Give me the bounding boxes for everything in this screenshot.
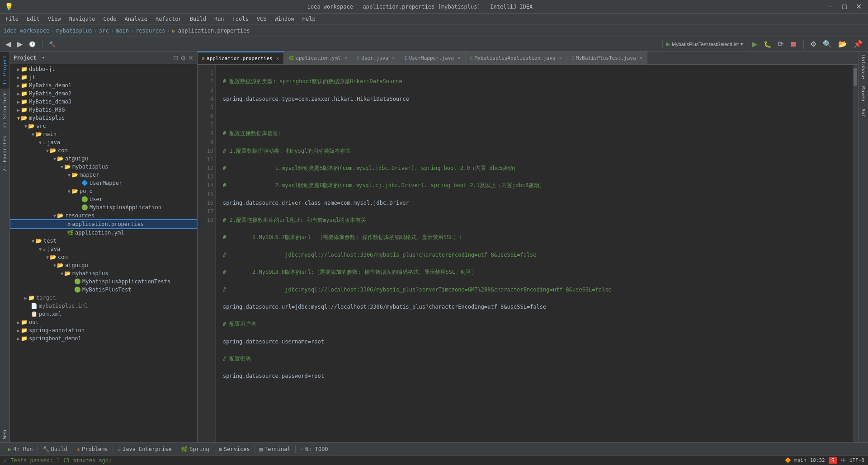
menu-tools[interactable]: Tools <box>229 15 252 23</box>
tab-mybatisplus-app-java[interactable]: C MybatisplusApplication.java ✕ <box>466 52 567 64</box>
tree-item-user[interactable]: 🟢 User <box>10 195 197 203</box>
tree-item-mybatis-demo2[interactable]: ▶ 📁 MyBatis_demo2 <box>10 89 197 98</box>
tree-item-application-properties[interactable]: ⚙ application.properties <box>10 220 197 229</box>
tree-item-springboot-demo1[interactable]: ▶ 📁 springboot_demo1 <box>10 334 197 343</box>
forward-button[interactable]: ▶ <box>15 39 24 49</box>
editor-content[interactable]: 1 2 3 4 5 6 7 8 9 10 11 12 13 14 15 16 1 <box>198 65 853 442</box>
debug-button[interactable]: 🐛 <box>762 40 773 49</box>
tree-item-app-tests[interactable]: 🟢 MybatisplusApplicationTests <box>10 277 197 286</box>
bottom-tab-java-enterprise[interactable]: ☕ Java Enterprise <box>113 445 177 453</box>
bottom-tab-build[interactable]: 🔨 Build <box>38 445 72 453</box>
pin-button[interactable]: 📌 <box>852 39 864 49</box>
maximize-button[interactable]: □ <box>840 2 849 11</box>
menu-analyze[interactable]: Analyze <box>121 15 151 23</box>
tree-item-app[interactable]: 🟢 MybatisplusApplication <box>10 203 197 211</box>
tree-item-spring-annotation[interactable]: ▶ 📁 spring-annotation <box>10 326 197 334</box>
tab-favorites[interactable]: 2: Favorites <box>0 132 9 175</box>
tab-close-btn[interactable]: ✕ <box>559 55 562 61</box>
tab-close-btn[interactable]: ✕ <box>458 55 461 61</box>
tree-item-com[interactable]: ▼ 📂 com <box>10 146 197 155</box>
settings-button[interactable]: ⚙ <box>808 39 818 49</box>
code-area[interactable]: # 配置数据源的类型: springboot默认的数据源是HikariDataS… <box>216 65 853 442</box>
recent-files-button[interactable]: 🕐 <box>27 40 38 48</box>
tree-item-src[interactable]: ▼ 📂 src <box>10 122 197 130</box>
vertical-scrollbar[interactable] <box>853 65 858 442</box>
tree-item-mybatis-demo1[interactable]: ▶ 📁 MyBatis_demo1 <box>10 81 197 89</box>
search-button[interactable]: 🔍 <box>821 39 834 49</box>
menu-view[interactable]: View <box>44 15 65 23</box>
build-button[interactable]: 🔨 <box>47 40 57 48</box>
menu-help[interactable]: Help <box>299 15 319 23</box>
breadcrumb-src[interactable]: src <box>99 28 109 34</box>
menu-window[interactable]: Window <box>271 15 297 23</box>
close-panel-button[interactable]: ✕ <box>188 54 193 61</box>
breadcrumb-workspace[interactable]: idea-workspace <box>4 28 49 34</box>
tab-mybatisplus-test-java[interactable]: C MyBatisPlusTest.java ✕ <box>567 52 647 64</box>
tab-application-yml[interactable]: 🌿 application.yml ✕ <box>284 52 352 64</box>
menu-code[interactable]: Code <box>100 15 120 23</box>
tree-item-test-atguigu[interactable]: ▼ 📂 atguigu <box>10 261 197 269</box>
menu-file[interactable]: File <box>2 15 22 23</box>
tab-maven[interactable]: Maven <box>859 83 868 105</box>
breadcrumb-main[interactable]: main <box>116 28 129 34</box>
bottom-tab-services[interactable]: ⚙ Services <box>214 445 255 453</box>
collapse-all-button[interactable]: ⊟ <box>173 54 179 61</box>
menu-build[interactable]: Build <box>186 15 210 23</box>
tree-item-mapper[interactable]: ▼ 📂 mapper <box>10 171 197 179</box>
menu-edit[interactable]: Edit <box>23 15 43 23</box>
tab-close-btn[interactable]: ✕ <box>344 55 348 61</box>
run-config-selector[interactable]: ▶ MybatisPlusTest.testSelectList ▾ <box>662 40 747 48</box>
breadcrumb-resources[interactable]: resources <box>136 28 165 34</box>
tree-item-mybatis-mbg[interactable]: ▶ 📁 MyBatis_MBG <box>10 106 197 114</box>
settings-panel-button[interactable]: ⚙ <box>180 54 186 61</box>
bottom-tab-run[interactable]: ▶ 4: Run <box>4 445 38 453</box>
breadcrumb-mybatisplus[interactable]: mybatisplus <box>56 28 92 34</box>
tree-item-usermapper[interactable]: 🔷 UserMapper <box>10 179 197 187</box>
tree-item-pojo[interactable]: ▼ 📂 pojo <box>10 187 197 195</box>
bottom-tab-problems[interactable]: ⚠ Problems <box>72 445 113 453</box>
tab-close-btn[interactable]: ✕ <box>640 55 643 61</box>
tree-item-target[interactable]: ▶ 📁 target <box>10 294 197 302</box>
stop-button[interactable]: ⏹ <box>788 39 799 49</box>
menu-refactor[interactable]: Refactor <box>152 15 185 23</box>
tree-item-mybatis-demo3[interactable]: ▶ 📁 MyBatis_demo3 <box>10 98 197 106</box>
tree-item-main[interactable]: ▼ 📂 main <box>10 130 197 138</box>
tab-close-btn[interactable]: ✕ <box>276 56 279 61</box>
back-button[interactable]: ◀ <box>4 39 13 49</box>
coverage-button[interactable]: ⟳ <box>776 39 785 49</box>
tree-item-mybatisplus-pkg[interactable]: ▼ 📂 mybatisplus <box>10 163 197 171</box>
tab-usermapper-java[interactable]: I UserMapper.java ✕ <box>400 52 466 64</box>
tab-web[interactable]: Web <box>0 426 9 442</box>
tree-item-mybatisplus-test[interactable]: 🟢 MyBatisPlusTest <box>10 286 197 294</box>
tree-item-dubbo-jt[interactable]: ▶ 📁 dubbo-jt <box>10 65 197 73</box>
tab-close-btn[interactable]: ✕ <box>392 55 395 61</box>
tree-item-test-java[interactable]: ▼ ☕ java <box>10 245 197 253</box>
minimize-button[interactable]: ─ <box>826 2 835 11</box>
tree-item-resources[interactable]: ▼ 📂 resources <box>10 211 197 220</box>
tab-project[interactable]: 1: Project <box>0 52 9 89</box>
tree-item-test-mybatisplus[interactable]: ▼ 📂 mybatisplus <box>10 269 197 277</box>
tab-structure[interactable]: 2: Structure <box>0 89 9 132</box>
open-folder-button[interactable]: 📂 <box>836 39 849 49</box>
tab-application-properties[interactable]: ⚙ application.properties ✕ <box>198 52 284 64</box>
bottom-tab-todo[interactable]: ✓ 6: TODO <box>296 445 333 453</box>
bottom-tab-spring[interactable]: 🌿 Spring <box>176 445 214 453</box>
tree-item-application-yml[interactable]: 🌿 application.yml <box>10 229 197 237</box>
tree-item-java[interactable]: ▼ ☕ java <box>10 138 197 146</box>
tree-item-pom[interactable]: 📋 pom.xml <box>10 310 197 318</box>
menu-navigate[interactable]: Navigate <box>66 15 99 23</box>
menu-vcs[interactable]: VCS <box>253 15 270 23</box>
tab-ant[interactable]: Ant <box>859 105 868 121</box>
bottom-tab-terminal[interactable]: ▤ Terminal <box>255 445 296 453</box>
tree-item-test-com[interactable]: ▼ 📂 com <box>10 253 197 261</box>
tree-item-iml[interactable]: 📄 mybatisplus.iml <box>10 302 197 310</box>
close-button[interactable]: ✕ <box>854 2 863 11</box>
tree-item-atguigu[interactable]: ▼ 📂 atguigu <box>10 155 197 163</box>
tab-database[interactable]: Database <box>859 52 868 83</box>
tree-item-test[interactable]: ▼ 📂 test <box>10 237 197 245</box>
menu-run[interactable]: Run <box>211 15 228 23</box>
tree-item-jt[interactable]: ▶ 📁 jt <box>10 73 197 81</box>
run-button[interactable]: ▶ <box>750 39 759 49</box>
tree-item-out[interactable]: ▶ 📁 out <box>10 318 197 326</box>
tree-item-mybatisplus[interactable]: ▼ 📂 mybatisplus <box>10 114 197 122</box>
